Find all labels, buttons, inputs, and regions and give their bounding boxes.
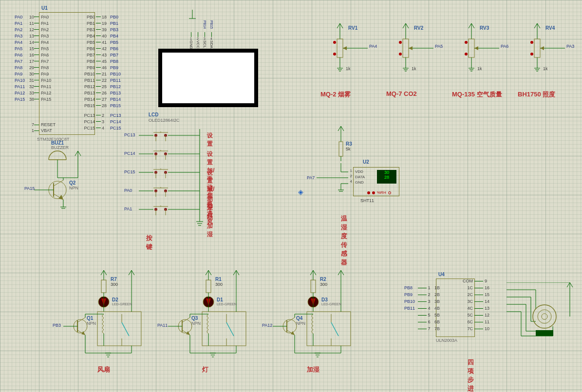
buz-q-ref: Q2 <box>69 180 75 186</box>
sht-readout-bot: 28 <box>377 175 396 180</box>
uln-pin-2C: 2C 15 <box>460 291 491 298</box>
buzzer-schematic <box>24 146 102 234</box>
sht-body: VDDDATAGND 30 28 %RH <box>353 167 399 196</box>
resistor-icon <box>338 138 345 162</box>
buz-net: PA15 <box>24 186 35 191</box>
mcu-pin-RESET: 7RESET <box>15 122 56 128</box>
svg-point-191 <box>538 310 551 323</box>
svg-line-126 <box>122 322 129 336</box>
mcu-pin-VBAT: 1VBAT <box>15 128 56 133</box>
buz-q-type: NPN <box>69 186 78 190</box>
svg-rect-23 <box>469 39 474 57</box>
svg-marker-27 <box>474 46 478 50</box>
sht-readout: 30 28 <box>377 170 396 184</box>
mcu-pin-PA2: PA2 12 PA2 <box>15 26 51 33</box>
mcu-pin-PB0: PB0 18 PB0 <box>80 14 121 20</box>
lcd-pins: 1 GND 2 VCC PB14 3 SCL PB15 4 SDA <box>188 20 215 49</box>
sht-part: SHT11 <box>360 198 374 203</box>
svg-rect-112 <box>101 280 106 293</box>
svg-point-15 <box>399 53 402 56</box>
svg-point-34 <box>530 41 533 44</box>
mcu-right-pins: PB0 18 PB0PB1 19 PB1PB3 39 PB3PB4 40 PB4… <box>80 14 121 109</box>
uln-pin-1B: PB8 1 1B <box>404 284 440 291</box>
svg-point-14 <box>399 41 402 44</box>
svg-rect-3 <box>337 39 343 57</box>
mcu-pin-PC14: PC14 3 PC14 <box>80 118 121 125</box>
mcu-pin-PB11: PB11 22 PB11 <box>80 77 121 83</box>
uln-pin-3B: PB10 3 3B <box>404 298 440 305</box>
pot-RV3: RV3 PA6 1k MQ-135 空气质量 <box>458 19 521 102</box>
uln-right-pins: COM 91C 162C 153C 144C 135C 126C 117C 10 <box>460 278 491 332</box>
mcu-reset-pins: 7RESET1VBAT <box>15 122 56 133</box>
mcu-pin-PB15: PB15 28 PB15 <box>80 102 121 109</box>
uln-left-pins: PB8 1 1BPB9 2 2BPB10 3 3BPB11 4 4B 5 5B … <box>404 284 440 332</box>
lcd-pin-SCL: PB14 3 SCL <box>201 20 208 49</box>
sht-pin-labels: VDDDATAGND <box>355 169 365 185</box>
lcd-display[interactable] <box>158 49 258 107</box>
stepper-part: ULN2003A <box>436 338 457 343</box>
mcu-pin-PB8: PB8 45 PB8 <box>80 58 121 64</box>
sht-r-val: 5k <box>346 147 351 151</box>
lcd-pin-gnd <box>185 10 200 21</box>
uln-pin-2B: PB9 2 2B <box>404 291 440 298</box>
mcu-pin-PB3: PB3 39 PB3 <box>80 26 121 33</box>
mcu-pin-PA4: PA4 14 PA4 <box>15 39 51 45</box>
mcu-pin-PA8: PA8 29 PA8 <box>15 64 51 71</box>
buzzer-block: BUZ1 BUZZER PA15 Q2 NPN <box>24 146 102 235</box>
uln-pin-7B: 7 7B <box>404 325 440 332</box>
svg-point-24 <box>465 41 468 44</box>
uln-pin-4B: PB11 4 4B <box>404 305 440 312</box>
buttons-title: 按键 <box>146 234 152 251</box>
mcu-pin-PC13: PC13 2 PC13 <box>80 112 121 118</box>
svg-rect-193 <box>536 330 553 336</box>
pot-RV1: RV1 PA4 1k MQ-2 烟雾 <box>326 19 390 102</box>
stepper-ref: U4 <box>438 272 445 277</box>
mcu-pin-PB14: PB14 27 PB14 <box>80 96 121 102</box>
power-arrow-icon <box>334 124 348 139</box>
mcu-pin-PA15: PA15 38 PA15 <box>15 96 51 102</box>
svg-point-190 <box>533 305 556 328</box>
mcu-pin-PB10: PB10 21 PB10 <box>80 71 121 77</box>
uln-pin-7C: 7C 10 <box>460 325 491 332</box>
mcu-pin-PA9: PA9 30 PA9 <box>15 71 51 77</box>
uln-pin-3C: 3C 14 <box>460 298 491 305</box>
svg-line-178 <box>331 322 338 336</box>
uln-pin-4C: 4C 13 <box>460 305 491 312</box>
sht-unit-row: %RH <box>367 190 391 195</box>
mcu-pin-PB12: PB12 25 PB12 <box>80 83 121 90</box>
mcu-pin-PA5: PA5 15 PA5 <box>15 45 51 52</box>
uln-pin-6C: 6C 11 <box>460 318 491 325</box>
stepper-title: 四项步进电机 <box>468 358 474 392</box>
sht-net: PA7 <box>307 175 315 180</box>
pot-RV4: RV4 PA3 1k BH1750 照度 <box>524 19 582 102</box>
lcd-pin-VCC: 2 VCC <box>194 20 201 49</box>
sht-title: 温湿度传感器 <box>341 214 347 267</box>
mcu-pin-PA7: PA7 17 PA7 <box>15 58 51 64</box>
mcu-pin-PA10: PA10 31 PA10 <box>15 77 51 83</box>
lcd-part: OLED12864I2C <box>149 118 180 123</box>
svg-line-118 <box>77 317 85 322</box>
motor-icon <box>507 282 580 346</box>
pot-RV2: RV2 PA5 1k MQ-7 CO2 <box>392 19 455 102</box>
dot-icon[interactable] <box>388 191 391 194</box>
uln-pin-1C: 1C 16 <box>460 284 491 291</box>
sht-ref: U2 <box>363 159 369 165</box>
origin-marker-icon: ◈ <box>298 188 303 196</box>
lcd-ref: LCD <box>149 112 159 117</box>
dot-icon[interactable] <box>367 191 370 194</box>
mcu-pin-PB4: PB4 40 PB4 <box>80 33 121 39</box>
mcu-pin-PA12: PA12 33 PA12 <box>15 90 51 96</box>
lcd-pin-GND: 1 GND <box>188 20 194 49</box>
sht-readout-top: 30 <box>377 170 396 175</box>
mcu-pin-PB6: PB6 42 PB6 <box>80 45 121 52</box>
buz-type: BUZZER <box>51 145 69 150</box>
driver-灯: R1 300 D1 LED-GREEN Q3 NPN PA11 灯 <box>163 268 265 380</box>
lcd-pin-SDA: PB15 4 SDA <box>208 20 215 49</box>
uln-pin-COM: COM 9 <box>460 278 491 284</box>
mcu-pin-PB7: PB7 43 PB7 <box>80 52 121 58</box>
mcu-pin-PA1: PA1 11 PA1 <box>15 20 51 26</box>
mcu-pin-PC15: PC15 4 PC15 <box>80 125 121 131</box>
dot-icon[interactable] <box>372 191 375 194</box>
svg-point-35 <box>530 53 533 56</box>
svg-marker-17 <box>409 46 413 50</box>
